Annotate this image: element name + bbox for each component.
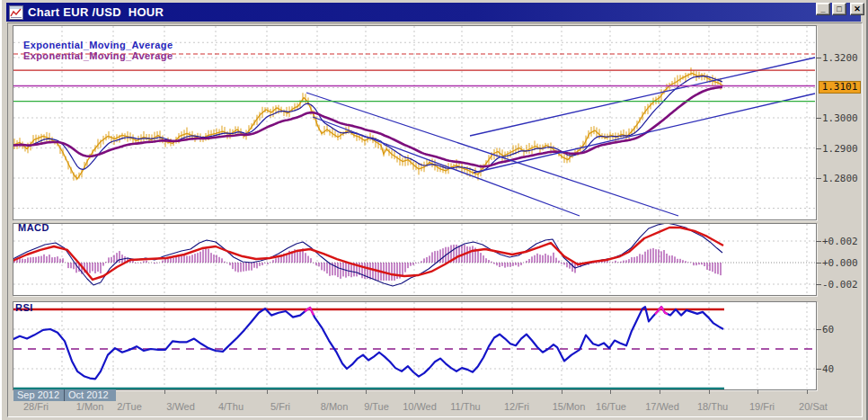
date-tick xyxy=(216,389,217,394)
date-tick xyxy=(414,389,415,394)
axis-tick xyxy=(816,329,821,330)
price-axis-label: 1.3200 xyxy=(822,52,858,64)
axis-tick xyxy=(816,178,821,179)
macd-canvas[interactable] xyxy=(13,224,816,295)
date-label: 4/Thu xyxy=(218,401,244,412)
legend-ema-1: Exponential_Moving_Average xyxy=(23,40,173,50)
date-tick xyxy=(807,389,808,394)
date-tick xyxy=(512,389,513,394)
date-tick xyxy=(164,389,165,394)
maximize-button[interactable]: □ xyxy=(832,3,846,15)
window-title: Chart EUR /USD HOUR xyxy=(28,5,164,19)
month-badge-separator xyxy=(64,389,65,401)
date-label: 20/Sat xyxy=(799,401,828,412)
axis-tick xyxy=(816,118,821,119)
month-badge-sep: Sep 2012 xyxy=(13,389,64,401)
axis-tick xyxy=(816,369,821,370)
date-tick xyxy=(317,389,318,394)
date-label: 2/Tue xyxy=(117,401,142,412)
macd-axis-label: +0.002 xyxy=(822,236,858,247)
axis-tick xyxy=(816,148,821,149)
minimize-button[interactable]: _ xyxy=(816,3,830,15)
candle-wicks xyxy=(14,67,721,181)
title-bar[interactable]: Chart EUR /USD HOUR xyxy=(6,3,861,22)
axis-tick xyxy=(816,284,821,285)
axis-tick xyxy=(816,241,821,242)
date-label: 16/Tue xyxy=(596,401,626,412)
window-controls: _ □ ✕ xyxy=(814,3,864,16)
month-badge-oct: Oct 2012 xyxy=(65,389,116,401)
date-tick xyxy=(660,389,660,394)
macd-axis-label: -0.002 xyxy=(822,279,858,290)
price-axis-label: 1.3000 xyxy=(822,112,858,124)
date-tick xyxy=(267,389,268,394)
rsi-canvas[interactable] xyxy=(13,302,816,389)
date-tick xyxy=(462,389,463,394)
indicator-legend: Exponential_Moving_Average Exponential_M… xyxy=(17,29,182,61)
date-tick xyxy=(366,389,367,394)
window-frame-left xyxy=(0,0,2,420)
rsi-label: RSI xyxy=(15,302,33,313)
chart-application-window: { "window": { "title": "Chart EUR /USD H… xyxy=(0,0,868,420)
date-tick xyxy=(709,389,710,394)
chart-line-icon xyxy=(9,5,23,20)
date-label: 11/Thu xyxy=(450,401,480,412)
date-label: 5/Fri xyxy=(270,401,290,412)
date-tick xyxy=(757,389,758,394)
date-label: 8/Mon xyxy=(321,401,349,412)
current-price-tag: 1.3101 xyxy=(819,81,861,94)
legend-ema-2: Exponential_Moving_Average xyxy=(23,50,173,61)
axis-tick xyxy=(816,263,821,264)
price-axis-label: 1.2900 xyxy=(822,143,858,155)
date-label: 28/Fri xyxy=(23,401,49,412)
date-tick xyxy=(610,389,611,394)
close-button[interactable]: ✕ xyxy=(850,3,864,15)
date-label: 17/Wed xyxy=(645,401,679,412)
axis-tick xyxy=(816,58,821,58)
date-label: 3/Wed xyxy=(166,401,195,412)
date-label: 15/Mon xyxy=(553,401,586,412)
date-label: 18/Thu xyxy=(697,401,728,412)
date-tick xyxy=(562,389,562,394)
date-label: 9/Tue xyxy=(364,401,389,412)
macd-label: MACD xyxy=(18,222,49,233)
date-label: 19/Fri xyxy=(749,401,775,412)
macd-axis-label: +0.000 xyxy=(822,257,858,269)
date-label: 12/Fri xyxy=(504,401,529,412)
date-label: 1/Mon xyxy=(76,401,104,412)
price-axis-label: 1.2800 xyxy=(822,173,858,184)
rsi-axis-label: 40 xyxy=(822,363,834,375)
date-label: 10/Wed xyxy=(403,401,437,412)
rsi-axis-label: 60 xyxy=(822,324,834,335)
